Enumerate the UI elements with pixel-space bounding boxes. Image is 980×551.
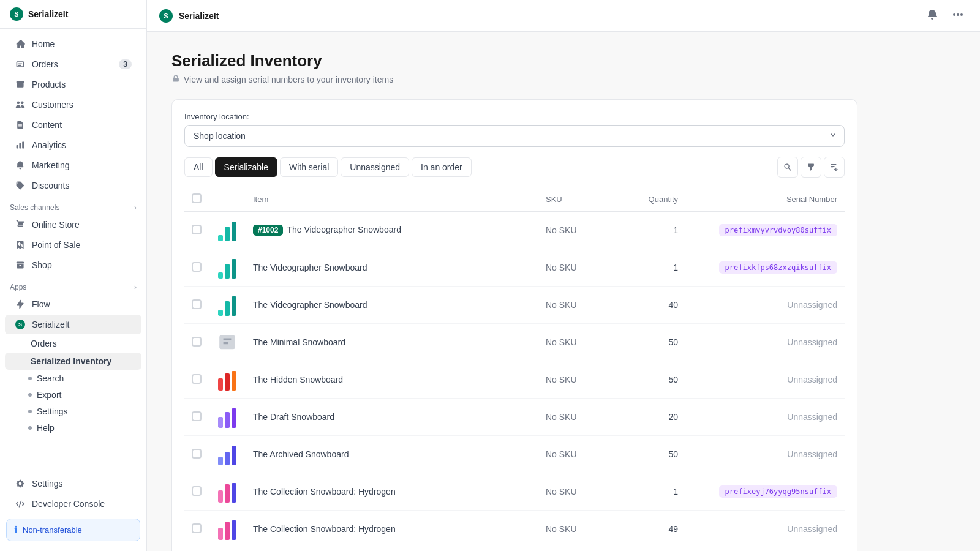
filter-tabs: All Serializable With serial Unnassigned… — [184, 157, 845, 178]
row-checkbox[interactable] — [192, 374, 202, 384]
row-checkbox[interactable] — [192, 449, 202, 459]
lock-icon — [172, 74, 180, 84]
row-thumbnail — [209, 511, 246, 548]
th-item: Item — [246, 187, 538, 212]
sidebar-item-discounts[interactable]: Discounts — [5, 176, 141, 195]
table-row[interactable]: The Draft Snowboard No SKU 20 Unnassigne… — [184, 399, 845, 436]
sidebar-subitem-help[interactable]: Help — [5, 420, 141, 436]
row-checkbox[interactable] — [192, 486, 202, 496]
table-row[interactable]: The Collection Snowboard: Hydrogen No SK… — [184, 473, 845, 511]
table-row[interactable]: The Videographer Snowboard No SKU 40 Unn… — [184, 287, 845, 324]
filter-tab-with-serial[interactable]: With serial — [280, 157, 338, 177]
table-row[interactable]: The Archived Snowboard No SKU 50 Unnassi… — [184, 436, 845, 473]
apps-section[interactable]: Apps › — [0, 276, 146, 294]
sidebar-header: S SerializeIt — [0, 0, 146, 29]
row-checkbox[interactable] — [192, 225, 202, 234]
row-check[interactable] — [184, 511, 209, 548]
sidebar-item-flow-label: Flow — [32, 299, 132, 309]
filter-tab-serializable[interactable]: Serializable — [215, 157, 277, 177]
row-serial: Unnassigned — [685, 399, 845, 436]
row-quantity: 1 — [612, 212, 685, 249]
table-row[interactable]: The Collection Snowboard: Hydrogen No SK… — [184, 511, 845, 548]
store-name: SerializeIt — [28, 9, 68, 19]
sidebar-item-analytics[interactable]: Analytics — [5, 135, 141, 155]
sidebar-item-orders[interactable]: Orders 3 — [5, 54, 141, 74]
row-check[interactable] — [184, 324, 209, 361]
row-checkbox[interactable] — [192, 337, 202, 347]
pos-icon — [15, 239, 26, 250]
th-select-all[interactable] — [184, 187, 209, 212]
main-content: S SerializeIt Serialized Inventory View … — [147, 0, 980, 551]
sidebar-item-point-of-sale[interactable]: Point of Sale — [5, 235, 141, 255]
search-filter-btn[interactable] — [777, 157, 798, 178]
sidebar-item-products[interactable]: Products — [5, 75, 141, 94]
sidebar-item-analytics-label: Analytics — [32, 140, 132, 150]
row-quantity: 50 — [612, 436, 685, 473]
row-sku: No SKU — [538, 287, 612, 324]
sort-btn[interactable] — [824, 157, 845, 178]
sidebar-item-content[interactable]: Content — [5, 115, 141, 135]
svg-rect-18 — [218, 490, 223, 503]
more-options-icon[interactable] — [948, 5, 968, 26]
row-check[interactable] — [184, 361, 209, 399]
filter-tab-unnassigned[interactable]: Unnassigned — [341, 157, 409, 177]
row-serial: Unnassigned — [685, 436, 845, 473]
sidebar-item-settings[interactable]: Settings — [5, 474, 141, 493]
table-row[interactable]: The Hidden Snowboard No SKU 50 Unnassign… — [184, 361, 845, 399]
row-item-name: The Collection Snowboard: Hydrogen — [246, 473, 538, 511]
sidebar-subitem-si-orders[interactable]: Orders — [5, 335, 141, 352]
serializeit-icon: S — [15, 319, 26, 330]
table-row[interactable]: The Minimal Snowboard No SKU 50 Unnassig… — [184, 324, 845, 361]
row-item-name: The Archived Snowboard — [246, 436, 538, 473]
sidebar-item-shop[interactable]: Shop — [5, 255, 141, 275]
table-body: #1002The Videographer Snowboard No SKU 1… — [184, 212, 845, 548]
row-check[interactable] — [184, 399, 209, 436]
non-transferable-label: Non-transferable — [23, 525, 82, 534]
row-checkbox[interactable] — [192, 411, 202, 421]
svg-rect-8 — [232, 296, 236, 316]
table-row[interactable]: The Videographer Snowboard No SKU 1 pref… — [184, 249, 845, 287]
sidebar-subitem-serialized-inventory[interactable]: Serialized Inventory — [5, 353, 141, 370]
serial-badge: prefixeyj76yyqg95nsuffix — [719, 485, 837, 498]
home-icon — [15, 39, 26, 50]
row-check[interactable] — [184, 473, 209, 511]
svg-rect-17 — [232, 446, 236, 465]
table-row[interactable]: #1002The Videographer Snowboard No SKU 1… — [184, 212, 845, 249]
sidebar-item-home[interactable]: Home — [5, 34, 141, 54]
svg-rect-3 — [218, 272, 223, 279]
svg-rect-10 — [225, 373, 230, 391]
row-sku: No SKU — [538, 324, 612, 361]
row-checkbox[interactable] — [192, 262, 202, 272]
filter-actions — [777, 157, 845, 178]
sidebar-item-customers[interactable]: Customers — [5, 95, 141, 114]
sales-channels-section[interactable]: Sales channels › — [0, 196, 146, 214]
location-select[interactable]: Shop location — [184, 125, 845, 147]
filter-tab-in-an-order[interactable]: In an order — [412, 157, 472, 177]
row-sku: No SKU — [538, 212, 612, 249]
filter-tab-all[interactable]: All — [184, 157, 213, 177]
row-checkbox[interactable] — [192, 299, 202, 309]
search-dot — [28, 377, 32, 380]
row-checkbox[interactable] — [192, 523, 202, 533]
row-check[interactable] — [184, 212, 209, 249]
sidebar-item-online-store[interactable]: Online Store — [5, 215, 141, 234]
sidebar-subitem-settings[interactable]: Settings — [5, 403, 141, 419]
sidebar-item-developer-console[interactable]: Developer Console — [5, 494, 141, 514]
sidebar-subitem-export[interactable]: Export — [5, 387, 141, 403]
row-check[interactable] — [184, 287, 209, 324]
non-transferable-badge[interactable]: ℹ Non-transferable — [6, 519, 140, 541]
sidebar-item-flow[interactable]: Flow — [5, 294, 141, 314]
notification-icon[interactable] — [922, 5, 942, 26]
row-check[interactable] — [184, 436, 209, 473]
row-check[interactable] — [184, 249, 209, 287]
sidebar-subitem-search[interactable]: Search — [5, 370, 141, 386]
filter-btn[interactable] — [801, 157, 821, 178]
location-section: Inventory location: Shop location — [184, 112, 845, 147]
sidebar-item-marketing[interactable]: Marketing — [5, 156, 141, 175]
row-item-name: The Minimal Snowboard — [246, 324, 538, 361]
sidebar-item-serializeit[interactable]: S SerializeIt — [5, 315, 141, 334]
row-thumbnail — [209, 361, 246, 399]
apps-chevron: › — [134, 283, 137, 291]
select-all-checkbox[interactable] — [192, 193, 202, 203]
sidebar-item-customers-label: Customers — [32, 100, 132, 110]
